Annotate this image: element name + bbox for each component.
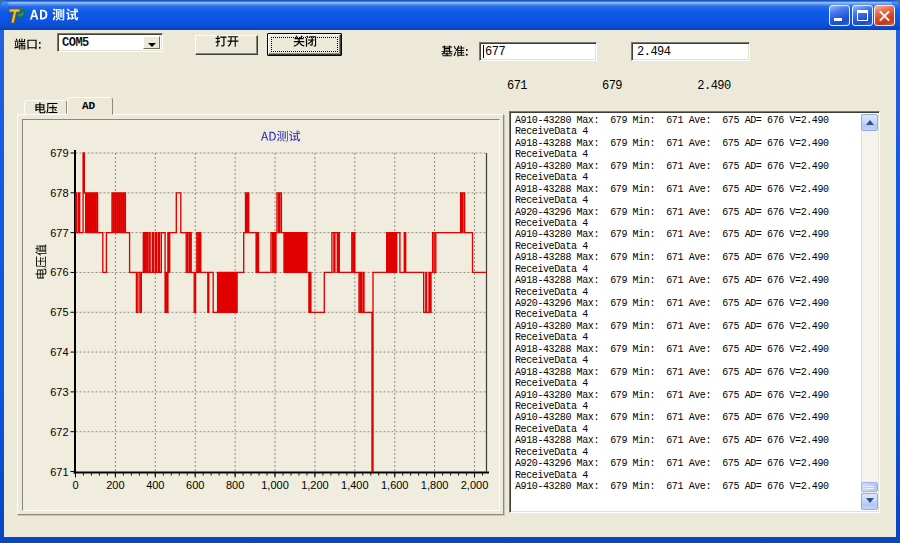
log-line[interactable]: ReceiveData 4 (515, 470, 860, 481)
svg-text:671: 671 (50, 466, 68, 478)
svg-text:1,400: 1,400 (341, 479, 369, 491)
stat-max-value: 679 (602, 79, 622, 93)
close-serial-button[interactable]: 关闭 (267, 33, 342, 56)
log-line[interactable]: A918-43288 Max: 679 Min: 671 Ave: 675 AD… (515, 367, 860, 378)
app-icon (7, 6, 26, 25)
stat-voltage-value: 2.490 (697, 79, 731, 93)
log-line[interactable]: A920-43296 Max: 679 Min: 671 Ave: 675 AD… (515, 458, 860, 469)
svg-text:675: 675 (50, 306, 68, 318)
log-line[interactable]: ReceiveData 4 (515, 355, 860, 366)
window-title: AD 测试 (30, 8, 79, 25)
chart-title: AD测试 (261, 130, 301, 150)
svg-text:673: 673 (50, 386, 68, 398)
log-line[interactable]: ReceiveData 4 (515, 172, 860, 183)
text-caret (483, 45, 484, 58)
open-button-glyph (215, 35, 239, 51)
titlebar-highlight (8, 2, 892, 6)
reference-label: 基准: (441, 45, 469, 65)
svg-text:1,800: 1,800 (421, 479, 449, 491)
maximize-icon (857, 10, 868, 21)
close-button-glyph (293, 35, 317, 51)
port-combobox-value: COM5 (62, 36, 89, 50)
svg-text:2,000: 2,000 (461, 479, 489, 491)
log-line[interactable]: A918-43288 Max: 679 Min: 671 Ave: 675 AD… (515, 275, 860, 286)
log-line[interactable]: A910-43280 Max: 679 Min: 671 Ave: 675 AD… (515, 115, 860, 126)
svg-text:600: 600 (186, 479, 204, 491)
chart-y-axis-label: 电压值 (35, 244, 55, 280)
tab-voltage[interactable]: 电压 (24, 100, 67, 114)
log-line[interactable]: A910-43280 Max: 679 Min: 671 Ave: 675 AD… (515, 161, 860, 172)
scroll-down-button[interactable] (861, 493, 878, 510)
log-line[interactable]: ReceiveData 4 (515, 332, 860, 343)
log-line[interactable]: A910-43280 Max: 679 Min: 671 Ave: 675 AD… (515, 321, 860, 332)
close-icon (875, 6, 894, 25)
log-line[interactable]: ReceiveData 4 (515, 401, 860, 412)
minimize-button[interactable] (829, 5, 850, 26)
reference-voltage-input[interactable]: 2.494 (631, 42, 750, 61)
log-line[interactable]: A910-43280 Max: 679 Min: 671 Ave: 675 AD… (515, 229, 860, 240)
port-combobox[interactable]: COM5 (57, 33, 163, 52)
log-line[interactable]: A918-43288 Max: 679 Min: 671 Ave: 675 AD… (515, 138, 860, 149)
open-button[interactable]: 打开 (195, 35, 258, 55)
scroll-up-button[interactable] (861, 114, 878, 131)
log-line[interactable]: ReceiveData 4 (515, 447, 860, 458)
log-line[interactable]: A918-43288 Max: 679 Min: 671 Ave: 675 AD… (515, 252, 860, 263)
log-line[interactable]: A910-43280 Max: 679 Min: 671 Ave: 675 AD… (515, 481, 860, 492)
log-line[interactable]: ReceiveData 4 (515, 241, 860, 252)
log-line[interactable]: A918-43288 Max: 679 Min: 671 Ave: 675 AD… (515, 344, 860, 355)
svg-text:679: 679 (50, 147, 68, 159)
tab-ad-label: AD (82, 100, 95, 112)
titlebar[interactable]: AD 测试 (0, 0, 900, 30)
log-line[interactable]: ReceiveData 4 (515, 309, 860, 320)
reference-ad-input[interactable]: 677 (479, 42, 597, 61)
chart-title-glyph (261, 130, 301, 146)
log-line[interactable]: A918-43288 Max: 679 Min: 671 Ave: 675 AD… (515, 435, 860, 446)
chevron-down-icon (866, 498, 873, 505)
svg-text:0: 0 (72, 479, 78, 491)
chart-panel: 6716726736746756766776786790200400600800… (22, 119, 500, 511)
minimize-icon (834, 18, 842, 21)
window-title-glyph (30, 8, 79, 25)
log-line[interactable]: ReceiveData 4 (515, 378, 860, 389)
log-line[interactable]: ReceiveData 4 (515, 195, 860, 206)
log-line[interactable]: A920-43296 Max: 679 Min: 671 Ave: 675 AD… (515, 298, 860, 309)
svg-text:1,200: 1,200 (301, 479, 329, 491)
log-line[interactable]: ReceiveData 4 (515, 126, 860, 137)
port-label-glyph (14, 38, 42, 54)
svg-text:400: 400 (146, 479, 164, 491)
svg-text:1,000: 1,000 (261, 479, 289, 491)
log-line[interactable]: ReceiveData 4 (515, 149, 860, 160)
svg-text:678: 678 (50, 187, 68, 199)
log-line[interactable]: ReceiveData 4 (515, 424, 860, 435)
scrollbar-thumb[interactable] (861, 482, 878, 492)
reference-label-glyph (441, 45, 469, 61)
vertical-scrollbar[interactable] (861, 114, 878, 510)
log-line[interactable]: A910-43280 Max: 679 Min: 671 Ave: 675 AD… (515, 390, 860, 401)
port-label: 端口: (14, 38, 42, 58)
close-button[interactable] (874, 5, 895, 26)
chart-y-label-glyph (35, 244, 51, 280)
svg-text:1,600: 1,600 (381, 479, 409, 491)
log-line[interactable]: A910-43280 Max: 679 Min: 671 Ave: 675 AD… (515, 412, 860, 423)
log-line[interactable]: ReceiveData 4 (515, 264, 860, 275)
log-line[interactable]: ReceiveData 4 (515, 218, 860, 229)
svg-text:200: 200 (106, 479, 124, 491)
dropdown-arrow-button[interactable] (143, 36, 160, 49)
maximize-button[interactable] (852, 5, 873, 26)
svg-text:674: 674 (50, 346, 68, 358)
receive-log-listbox[interactable]: A910-43280 Max: 679 Min: 671 Ave: 675 AD… (509, 111, 880, 513)
log-line[interactable]: A920-43296 Max: 679 Min: 671 Ave: 675 AD… (515, 207, 860, 218)
svg-text:800: 800 (226, 479, 244, 491)
log-line[interactable]: ReceiveData 4 (515, 287, 860, 298)
close-serial-button-label: 关闭 (293, 35, 317, 55)
chevron-up-icon (866, 120, 873, 127)
log-line[interactable]: A918-43288 Max: 679 Min: 671 Ave: 675 AD… (515, 184, 860, 195)
svg-text:677: 677 (50, 227, 68, 239)
svg-text:672: 672 (50, 426, 68, 438)
scrollbar-grip (865, 486, 874, 489)
log-lines: A910-43280 Max: 679 Min: 671 Ave: 675 AD… (512, 114, 860, 510)
app-window: AD 测试 端口: COM5 打开 关闭 (0, 0, 900, 543)
tab-ad[interactable]: AD (67, 97, 113, 115)
open-button-label: 打开 (215, 35, 239, 55)
ad-chart: 6716726736746756766776786790200400600800… (23, 120, 499, 510)
